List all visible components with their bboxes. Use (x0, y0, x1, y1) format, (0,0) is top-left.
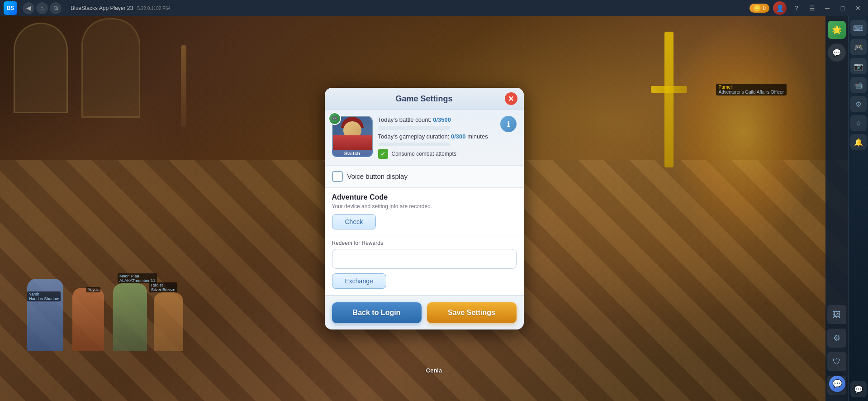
bluestacks-logo: BS (4, 1, 17, 15)
titlebar-nav: ◀ ⌂ ⧉ (23, 2, 62, 14)
coin-badge: 🪙 0 (749, 4, 769, 13)
modal-header: Game Settings ✕ (325, 88, 524, 110)
sidebar-record-icon[interactable]: 📹 (850, 77, 867, 93)
sidebar-chat-icon[interactable]: 💬 (850, 381, 867, 397)
battle-bar (378, 126, 451, 130)
user-avatar-titlebar[interactable]: 👤 (773, 1, 787, 15)
avatar-status-icon: 🎮 (328, 112, 341, 125)
right-sidebar: ⌨ 🎮 📷 📹 ⚙ ☆ 🔔 💬 (848, 16, 868, 401)
consume-label: Consume combat attempts (392, 151, 456, 157)
titlebar: BS ◀ ⌂ ⧉ BlueStacks App Player 23 5.22.0… (0, 0, 868, 16)
redeem-label: Redeem for Rewards (332, 240, 517, 246)
menu-button[interactable]: ☰ (806, 3, 818, 13)
close-button[interactable]: ✕ (852, 3, 864, 13)
nav-home-btn[interactable]: ⌂ (36, 2, 48, 14)
minimize-button[interactable]: ─ (821, 3, 834, 13)
check-button[interactable]: Check (332, 214, 376, 229)
redeem-input[interactable] (332, 249, 517, 269)
adventure-title: Adventure Code (332, 193, 517, 201)
duration-bar (378, 143, 451, 146)
modal-footer: Back to Login Save Settings (325, 296, 524, 329)
duration-row: Today's gameplay duration: 0/300 minutes (378, 133, 495, 141)
exchange-button[interactable]: Exchange (332, 273, 386, 289)
modal-overlay: Game Settings ✕ 🎮 Switch Today's ba (0, 16, 848, 401)
modal-top-section: 🎮 Switch Today's battle count: 0/3500 To… (325, 110, 524, 165)
sidebar-star-icon[interactable]: ☆ (850, 115, 867, 131)
titlebar-title: BlueStacks App Player 23 5.22.0.1102 P64 (71, 5, 749, 11)
adventure-section: Adventure Code Your device and setting i… (325, 188, 524, 235)
redeem-section: Redeem for Rewards Exchange (325, 235, 524, 296)
info-button[interactable]: ℹ (500, 116, 517, 132)
sidebar-settings-icon[interactable]: ⚙ (850, 96, 867, 112)
voice-label: Voice button display (347, 172, 408, 180)
consume-row: ✓ Consume combat attempts (378, 149, 495, 159)
game-settings-modal: Game Settings ✕ 🎮 Switch Today's ba (325, 88, 524, 329)
avatar-label[interactable]: Switch (332, 150, 373, 157)
sidebar-screenshot-icon[interactable]: 📷 (850, 58, 867, 74)
help-button[interactable]: ? (790, 3, 803, 13)
back-to-login-button[interactable]: Back to Login (332, 302, 422, 323)
sidebar-controller-icon[interactable]: 🎮 (850, 39, 867, 55)
adventure-desc: Your device and setting info are recorde… (332, 203, 517, 210)
battle-count-row: Today's battle count: 0/3500 (378, 116, 495, 124)
modal-title: Game Settings (395, 94, 452, 103)
titlebar-controls: ? ☰ ─ □ ✕ (790, 3, 864, 13)
modal-close-button[interactable]: ✕ (505, 92, 517, 105)
save-settings-button[interactable]: Save Settings (427, 302, 517, 323)
consume-check-icon: ✓ (378, 149, 388, 159)
modal-body: 🎮 Switch Today's battle count: 0/3500 To… (325, 110, 524, 295)
maximize-button[interactable]: □ (836, 3, 849, 13)
nav-tabs-btn[interactable]: ⧉ (50, 2, 62, 14)
voice-section: Voice button display (325, 166, 524, 188)
sidebar-keyboard-icon[interactable]: ⌨ (850, 20, 867, 36)
sidebar-bell-icon[interactable]: 🔔 (850, 134, 867, 150)
nav-back-btn[interactable]: ◀ (23, 2, 34, 14)
stats-area: Today's battle count: 0/3500 Today's gam… (378, 116, 495, 158)
voice-checkbox[interactable] (332, 171, 343, 182)
avatar-container: 🎮 Switch (332, 116, 373, 157)
